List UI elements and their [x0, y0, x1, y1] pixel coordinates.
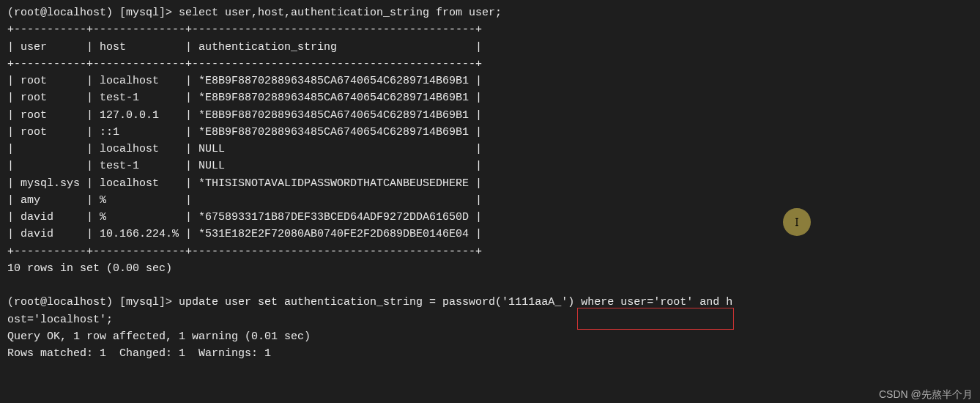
table-border: +-----------+--------------+------------… — [7, 245, 482, 258]
prompt: (root@localhost) [mysql]> — [7, 296, 179, 308]
table-row: | | localhost | NULL | — [7, 143, 482, 155]
table-row: | root | ::1 | *E8B9F8870288963485CA6740… — [7, 126, 482, 138]
sql-command: select user,host,authentication_string f… — [179, 7, 502, 19]
terminal-output[interactable]: (root@localhost) [mysql]> select user,ho… — [7, 4, 973, 362]
prompt: (root@localhost) [mysql]> — [7, 7, 179, 19]
table-row: | david | % | *6758933171B87DEF33BCED64A… — [7, 211, 482, 223]
sql-command-part: update user set authentication_string = — [179, 296, 442, 308]
table-row: | amy | % | | — [7, 194, 482, 207]
sql-password-call: password('1111aaA_') — [442, 296, 574, 308]
table-row: | david | 10.166.224.% | *531E182E2F7208… — [7, 228, 482, 240]
query-summary: 10 rows in set (0.00 sec) — [7, 262, 172, 275]
table-row: | | test-1 | NULL | — [7, 160, 482, 172]
table-row: | root | test-1 | *E8B9F8870288963485CA6… — [7, 92, 482, 104]
table-header: | user | host | authentication_string | — [7, 41, 482, 53]
table-border: +-----------+--------------+------------… — [7, 23, 482, 36]
table-row: | mysql.sys | localhost | *THISISNOTAVAL… — [7, 177, 482, 190]
sql-command-wrap: ost='localhost'; — [7, 314, 113, 326]
table-row: | root | 127.0.0.1 | *E8B9F8870288963485… — [7, 109, 482, 122]
watermark-text: CSDN @先熬半个月 — [879, 387, 973, 403]
query-result: Rows matched: 1 Changed: 1 Warnings: 1 — [7, 347, 271, 360]
query-result: Query OK, 1 row affected, 1 warning (0.0… — [7, 330, 311, 343]
sql-command-part: where user='root' and h — [574, 296, 732, 308]
table-row: | root | localhost | *E8B9F8870288963485… — [7, 75, 482, 87]
table-border: +-----------+--------------+------------… — [7, 58, 482, 70]
